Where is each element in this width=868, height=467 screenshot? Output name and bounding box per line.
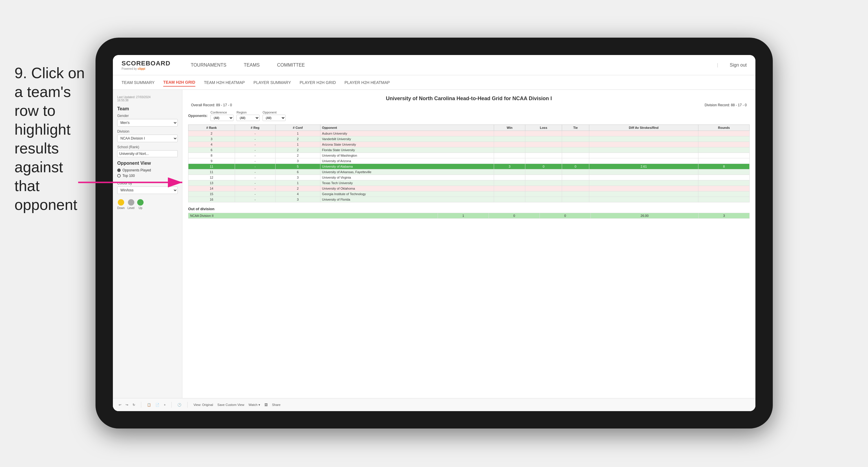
- radio-top-100[interactable]: Top 100: [117, 174, 178, 178]
- view-original-btn[interactable]: View: Original: [193, 403, 213, 407]
- cell-rounds: [699, 180, 750, 186]
- radio-group: Opponents Played Top 100: [117, 168, 178, 178]
- time-btn[interactable]: 🕐: [178, 403, 182, 407]
- cell-win: [494, 197, 525, 202]
- cell-rounds: [699, 197, 750, 202]
- main-content: Last Updated: 27/03/2024 16:55:38 Team G…: [113, 90, 755, 411]
- sidebar: Last Updated: 27/03/2024 16:55:38 Team G…: [113, 90, 182, 411]
- cell-opponent: University of Oklahoma: [320, 186, 494, 192]
- out-of-division-title: Out of division: [188, 207, 750, 211]
- legend-level-circle: [128, 199, 134, 206]
- out-div-diff: 26.00: [591, 213, 699, 218]
- watch-btn[interactable]: Watch ▾: [249, 403, 260, 407]
- subnav-player-h2h-heatmap[interactable]: PLAYER H2H HEATMAP: [344, 79, 390, 86]
- legend-level: Level: [128, 199, 134, 210]
- cell-reg: -: [235, 131, 276, 136]
- filter-row: Opponents: Conference (All) Region (All): [188, 111, 750, 121]
- conference-filter-select[interactable]: (All): [210, 115, 234, 121]
- brand-name: clippi: [138, 67, 145, 70]
- region-filter-select[interactable]: (All): [237, 115, 259, 121]
- division-record-value: 88 - 17 - 0: [731, 103, 747, 107]
- cell-tie: [562, 153, 589, 158]
- cell-reg: -: [235, 197, 276, 202]
- cell-win: 3: [494, 164, 525, 169]
- subnav-player-summary[interactable]: PLAYER SUMMARY: [253, 79, 291, 86]
- cell-conf: 5: [276, 164, 320, 169]
- table-row[interactable]: 11 - 6 University of Arkansas, Fayettevi…: [188, 169, 750, 175]
- cell-rounds: [699, 192, 750, 197]
- cell-diff: [589, 147, 699, 153]
- cell-loss: [525, 142, 562, 147]
- table-row[interactable]: 6 - 2 Florida State University: [188, 147, 750, 153]
- subnav-player-h2h-grid[interactable]: PLAYER H2H GRID: [300, 79, 336, 86]
- paste-btn[interactable]: 📄: [155, 403, 159, 407]
- cell-rank: 16: [188, 197, 235, 202]
- cell-rank: 13: [188, 180, 235, 186]
- opponents-played-label: Opponents Played: [122, 168, 151, 172]
- insert-btn[interactable]: +: [164, 403, 165, 407]
- nav-tournaments[interactable]: TOURNAMENTS: [188, 61, 229, 69]
- nav-committee[interactable]: COMMITTEE: [274, 61, 308, 69]
- copy-btn[interactable]: 📋: [147, 403, 151, 407]
- save-custom-view-btn[interactable]: Save Custom View: [217, 403, 244, 407]
- share-btn[interactable]: Share: [272, 403, 280, 407]
- overall-record-label: Overall Record:: [191, 103, 215, 107]
- tablet-frame: SCOREBOARD Powered by clippi TOURNAMENTS…: [95, 38, 773, 429]
- table-row[interactable]: 4 - 1 Arizona State University: [188, 142, 750, 147]
- cell-conf: 1: [276, 142, 320, 147]
- cell-win: [494, 131, 525, 136]
- table-row[interactable]: 8 - 2 University of Washington: [188, 153, 750, 158]
- nav-divider: |: [717, 62, 718, 68]
- cell-reg: -: [235, 175, 276, 180]
- cell-tie: [562, 175, 589, 180]
- out-division-row[interactable]: NCAA Division II 1 0 0 26.00 3: [188, 213, 750, 218]
- subnav-team-h2h-heatmap[interactable]: TEAM H2H HEATMAP: [204, 79, 245, 86]
- undo-btn[interactable]: ↩: [119, 403, 121, 407]
- gender-select[interactable]: Men's: [117, 119, 178, 126]
- last-updated-time: 16:55:38: [117, 99, 128, 102]
- opponent-filter-select[interactable]: (All): [262, 115, 286, 121]
- subnav-team-h2h-grid[interactable]: TEAM H2H GRID: [163, 79, 195, 87]
- cell-rank: 9: [188, 158, 235, 164]
- table-row[interactable]: 14 - 2 University of Oklahoma: [188, 186, 750, 192]
- radio-opponents-played[interactable]: Opponents Played: [117, 168, 178, 172]
- cell-opponent: University of Alabama: [320, 164, 494, 169]
- nav-teams[interactable]: TEAMS: [241, 61, 262, 69]
- table-row[interactable]: 12 - 3 University of Virginia: [188, 175, 750, 180]
- colour-by-select[interactable]: Win/loss: [117, 186, 178, 194]
- col-rounds: Rounds: [699, 125, 750, 131]
- subnav-team-summary[interactable]: TEAM SUMMARY: [122, 79, 155, 86]
- cell-conf: 1: [276, 131, 320, 136]
- monitor-btn[interactable]: 🖼: [265, 403, 268, 407]
- cell-win: [494, 153, 525, 158]
- table-row[interactable]: 13 - 1 Texas Tech University: [188, 180, 750, 186]
- cell-conf: 2: [276, 186, 320, 192]
- school-field[interactable]: University of Nort...: [117, 150, 178, 157]
- cell-win: [494, 186, 525, 192]
- cell-reg: -: [235, 180, 276, 186]
- division-select[interactable]: NCAA Division I: [117, 135, 178, 142]
- cell-win: [494, 142, 525, 147]
- redo-btn[interactable]: ↪: [126, 403, 128, 407]
- table-row[interactable]: 3 - 2 Vanderbilt University: [188, 136, 750, 142]
- cell-tie: 0: [562, 164, 589, 169]
- table-row[interactable]: 11 - 5 University of Alabama 3 0 0 2.61 …: [188, 164, 750, 169]
- table-row[interactable]: 9 - 3 University of Arizona: [188, 158, 750, 164]
- table-row[interactable]: 15 - 4 Georgia Institute of Technology: [188, 192, 750, 197]
- cell-reg: -: [235, 153, 276, 158]
- cell-diff: [589, 131, 699, 136]
- cell-diff: [589, 175, 699, 180]
- legend: Down Level Up: [117, 199, 178, 210]
- colour-by-section: Colour by Win/loss Down Level: [117, 181, 178, 210]
- out-div-tie: 0: [540, 213, 591, 218]
- table-row[interactable]: 16 - 3 University of Florida: [188, 197, 750, 202]
- sign-out-button[interactable]: Sign out: [730, 62, 747, 68]
- cell-diff: [589, 153, 699, 158]
- radio-dot-opponents: [117, 169, 121, 172]
- reset-btn[interactable]: ↻: [132, 403, 135, 407]
- cell-reg: -: [235, 147, 276, 153]
- cell-rounds: 8: [699, 164, 750, 169]
- cell-loss: [525, 180, 562, 186]
- table-row[interactable]: 2 - 1 Auburn University: [188, 131, 750, 136]
- cell-rank: 6: [188, 147, 235, 153]
